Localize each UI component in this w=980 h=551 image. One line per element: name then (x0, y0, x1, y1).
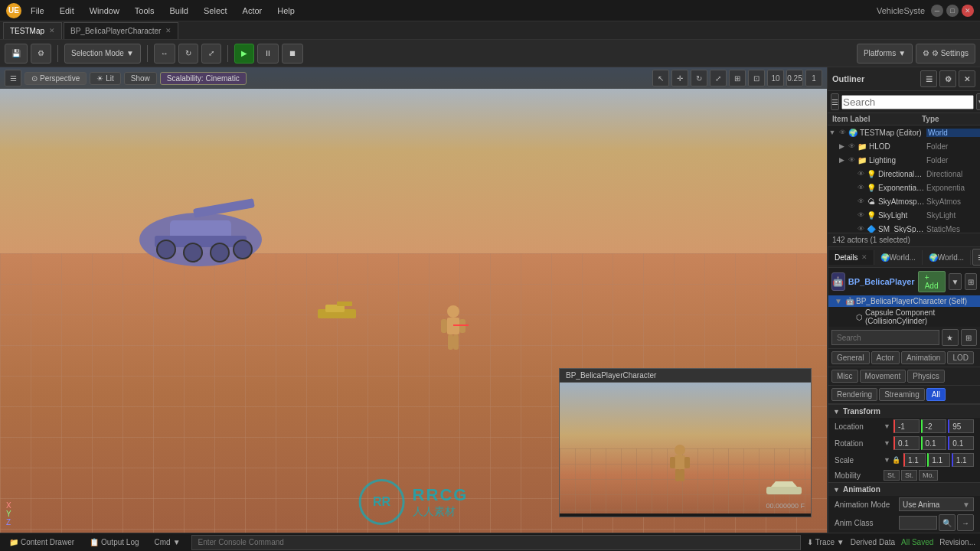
cmd-button[interactable]: Cmd ▼ (150, 536, 185, 548)
scale-x[interactable]: 1.1 (903, 453, 926, 467)
menu-select[interactable]: Select (201, 5, 230, 17)
tree-expand-lighting[interactable]: ▶ (837, 156, 846, 164)
grid-size-display[interactable]: 10 (767, 70, 784, 86)
menu-actor[interactable]: Actor (240, 5, 266, 17)
output-log-button[interactable]: 📋 Output Log (85, 536, 143, 548)
filter-physics[interactable]: Physics (907, 370, 944, 383)
details-tab-world2[interactable]: 🌍 World... (923, 250, 971, 265)
scale-icon[interactable]: ⤢ (710, 70, 727, 86)
settings-btn[interactable]: ⚙ ⚙ Settings (916, 44, 975, 64)
eye-testmap[interactable]: 👁 (837, 129, 848, 136)
scale-tool[interactable]: ⤢ (201, 44, 221, 64)
scale-y[interactable]: 1.1 (927, 453, 949, 467)
rotate-icon[interactable]: ↻ (691, 70, 707, 86)
rotation-z[interactable]: 0.1 (948, 436, 974, 450)
play-button[interactable]: ▶ (234, 44, 254, 64)
minimize-button[interactable]: ─ (931, 5, 943, 17)
tab-testmap[interactable]: TESTMap ✕ (3, 22, 62, 39)
tree-item-skysphere[interactable]: 👁 🔷 SM_SkySphere StaticMes (828, 222, 980, 233)
tree-item-skylight[interactable]: 👁 💡 SkyLight SkyLight (828, 208, 980, 222)
filter-animation[interactable]: Animation (901, 351, 946, 364)
viewport-settings-icon[interactable]: ☰ (5, 70, 21, 86)
eye-hlod[interactable]: 👁 (846, 142, 857, 150)
eye-eh[interactable]: 👁 (855, 184, 866, 191)
trace-button[interactable]: ⬇ Trace ▼ (807, 538, 844, 546)
filter-actor[interactable]: Actor (871, 351, 900, 364)
rotate-tool[interactable]: ↻ (178, 44, 198, 64)
perspective-button[interactable]: ⊙ Perspective (24, 72, 87, 85)
tree-expand-hlod[interactable]: ▶ (837, 142, 846, 150)
add-arrow-icon[interactable]: ▼ (949, 273, 961, 290)
fov-display[interactable]: 1 (805, 70, 822, 86)
outliner-settings-icon[interactable]: ⚙ (939, 70, 956, 87)
tree-item-lighting[interactable]: ▶ 👁 📁 Lighting Folder (828, 153, 980, 167)
location-z[interactable]: 95 (948, 419, 974, 433)
details-tab-world1[interactable]: 🌍 World... (874, 250, 923, 265)
stop-button[interactable]: ⏹ (282, 44, 303, 64)
menu-edit[interactable]: Edit (57, 5, 77, 17)
scalability-button[interactable]: Scalability: Cinematic (160, 72, 247, 85)
settings-button[interactable]: ⚙ (31, 44, 51, 64)
eye-dl[interactable]: 👁 (855, 170, 866, 178)
filter-all[interactable]: All (926, 388, 946, 401)
console-command-input[interactable] (191, 535, 802, 550)
menu-tools[interactable]: Tools (132, 5, 158, 17)
filter-lod[interactable]: LOD (947, 351, 974, 364)
mobility-stationary[interactable]: St. (901, 470, 917, 481)
anim-class-arrow[interactable]: → (957, 514, 974, 531)
tree-item-directionallight[interactable]: 👁 💡 DirectionalLight Directional (828, 167, 980, 181)
mobility-static[interactable]: St. (884, 470, 900, 481)
tree-item-hlod[interactable]: ▶ 👁 📁 HLOD Folder (828, 139, 980, 153)
grid-snap-icon[interactable]: ⊡ (748, 70, 765, 86)
eye-sa[interactable]: 👁 (855, 197, 866, 205)
close-button[interactable]: ✕ (962, 5, 974, 17)
pause-button[interactable]: ⏸ (257, 44, 279, 64)
tree-expand-testmap[interactable]: ▼ (828, 129, 837, 136)
tree-item-testmap[interactable]: ▼ 👁 🌍 TESTMap (Editor) World (828, 126, 980, 139)
lit-button[interactable]: ☀ Lit (90, 72, 121, 85)
details-search-grid[interactable]: ⊞ (961, 329, 978, 346)
camera-speed-display[interactable]: 0.25 (786, 70, 803, 86)
tab-testmap-close[interactable]: ✕ (49, 27, 55, 34)
platforms-button[interactable]: Platforms ▼ (857, 44, 913, 64)
anim-class-browse[interactable]: 🔍 (939, 514, 956, 531)
category-transform[interactable]: ▼ Transform (828, 404, 980, 418)
content-drawer-button[interactable]: 📁 Content Drawer (5, 536, 79, 548)
category-animation[interactable]: ▼ Animation (828, 482, 980, 496)
move-icon[interactable]: ✛ (671, 70, 688, 86)
tree-item-expoheight[interactable]: 👁 💡 ExponentialHeightF Exponentia (828, 181, 980, 194)
add-grid-icon[interactable]: ⊞ (965, 273, 977, 290)
component-capsule[interactable]: ⬡ Capsule Component (CollisionCylinder) (828, 307, 980, 327)
show-button[interactable]: Show (124, 72, 157, 85)
location-y[interactable]: -2 (921, 419, 947, 433)
filter-general[interactable]: General (831, 351, 870, 364)
local-icon[interactable]: ⊞ (729, 70, 746, 86)
comp-expand-self[interactable]: ▼ (835, 297, 844, 305)
details-search-star[interactable]: ★ (942, 329, 959, 346)
translate-tool[interactable]: ↔ (154, 44, 175, 64)
anim-class-dropdown[interactable] (899, 516, 937, 530)
outliner-search-input[interactable] (841, 95, 974, 109)
eye-sl[interactable]: 👁 (855, 211, 866, 219)
filter-movement[interactable]: Movement (860, 370, 906, 383)
outliner-tree[interactable]: ▼ 👁 🌍 TESTMap (Editor) World ▶ 👁 📁 HLOD … (828, 126, 980, 233)
scale-z[interactable]: 1.1 (952, 453, 974, 467)
menu-window[interactable]: Window (87, 5, 122, 17)
details-tab-details[interactable]: Details ✕ (828, 250, 874, 265)
menu-file[interactable]: File (28, 5, 47, 17)
outliner-close-icon[interactable]: ✕ (959, 70, 975, 87)
select-icon[interactable]: ↖ (652, 70, 669, 86)
menu-help[interactable]: Help (274, 5, 298, 17)
revision-label[interactable]: Revision... (939, 538, 975, 546)
mobility-movable[interactable]: Mo. (919, 470, 938, 481)
component-self[interactable]: ▼ 🤖 BP_BelicaPlayerCharacter (Self) (828, 295, 980, 307)
details-tab-close[interactable]: ✕ (861, 253, 867, 261)
save-button[interactable]: 💾 (5, 44, 28, 64)
filter-misc[interactable]: Misc (831, 370, 858, 383)
derived-data-label[interactable]: Derived Data (851, 538, 895, 546)
anim-mode-dropdown[interactable]: Use Anima ▼ (899, 497, 974, 511)
rotation-y[interactable]: 0.1 (921, 436, 947, 450)
viewport-container[interactable]: RR RRCG 人人素材 X Y Z ☰ ⊙ Perspective ☀ (0, 67, 827, 533)
filter-streaming[interactable]: Streaming (879, 388, 925, 401)
outliner-options-icon[interactable]: ▼ (976, 93, 980, 110)
